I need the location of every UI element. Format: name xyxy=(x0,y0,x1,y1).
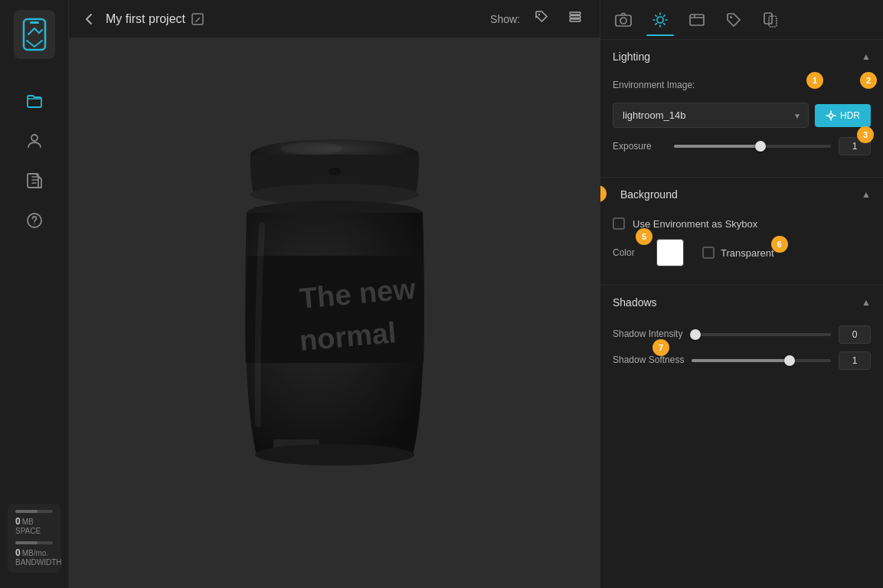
right-panel: Lighting ▲ Environment Image: 1 2 lightr… xyxy=(600,0,883,588)
space-bar xyxy=(15,510,53,513)
canvas-area: The new normal xyxy=(69,38,600,588)
svg-rect-10 xyxy=(570,19,580,21)
transparent-label: Transparent xyxy=(721,247,774,259)
back-button[interactable] xyxy=(81,11,96,27)
svg-point-19 xyxy=(329,168,341,175)
bandwidth-unit: MB/mo. xyxy=(22,549,48,557)
sidebar-item-help[interactable] xyxy=(18,204,51,237)
skybox-checkbox[interactable] xyxy=(613,217,625,230)
hdr-button-label: HDR xyxy=(840,110,860,121)
project-title: My first project xyxy=(106,12,204,26)
storage-section: 0 MB SPACE 0 MB/mo. BANDWIDTH xyxy=(8,504,61,573)
svg-rect-3 xyxy=(28,174,38,188)
panel-content: Lighting ▲ Environment Image: 1 2 lightr… xyxy=(600,40,883,588)
shadow-softness-row: Shadow Softness 1 xyxy=(613,351,871,370)
env-image-label: Environment Image: xyxy=(613,80,695,90)
badge-4: 4 xyxy=(600,185,607,202)
shadow-softness-value[interactable]: 1 xyxy=(839,351,871,370)
exposure-row: 3 Exposure 1 xyxy=(613,137,871,155)
edit-icon[interactable] xyxy=(191,13,204,25)
exposure-label: Exposure xyxy=(613,141,666,152)
background-chevron-icon: ▲ xyxy=(862,189,871,200)
background-section: 4 Background ▲ Use Environment as Skybox… xyxy=(600,178,883,285)
svg-point-7 xyxy=(538,14,540,15)
bandwidth-value: 0 xyxy=(15,547,21,558)
badge-7: 7 xyxy=(652,339,669,356)
color-swatch[interactable] xyxy=(656,239,684,266)
space-unit: MB xyxy=(22,518,34,526)
color-row: Color 5 Transparent 6 xyxy=(613,239,871,266)
show-tags-button[interactable] xyxy=(529,6,554,31)
svg-rect-20 xyxy=(616,15,631,26)
svg-rect-25 xyxy=(764,13,772,24)
product-preview: The new normal xyxy=(174,91,495,535)
transparent-checkbox[interactable] xyxy=(702,247,715,259)
shadows-section-title: Shadows xyxy=(613,296,657,309)
svg-rect-23 xyxy=(690,15,704,25)
scene-tab[interactable] xyxy=(680,5,714,35)
background-section-header[interactable]: 4 Background ▲ xyxy=(600,178,883,211)
svg-point-2 xyxy=(31,135,38,141)
skybox-label: Use Environment as Skybox xyxy=(633,218,757,230)
sidebar-item-export[interactable] xyxy=(18,164,51,198)
svg-point-17 xyxy=(255,444,414,466)
top-bar: My first project Show: xyxy=(69,0,600,38)
shadow-intensity-slider[interactable] xyxy=(690,333,831,336)
lighting-section: Lighting ▲ Environment Image: 1 2 lightr… xyxy=(600,40,883,177)
badge-6: 6 xyxy=(771,236,788,253)
env-select[interactable]: lightroom_14b xyxy=(613,103,809,128)
main-area: My first project Show: xyxy=(69,0,600,588)
lighting-chevron-icon: ▲ xyxy=(862,51,871,62)
badge-3: 3 xyxy=(857,126,874,143)
lighting-section-body: Environment Image: 1 2 lightroom_14b ▼ xyxy=(600,74,883,177)
shadow-intensity-value[interactable]: 0 xyxy=(839,325,871,344)
svg-point-27 xyxy=(829,113,833,117)
env-select-row: lightroom_14b ▼ HDR xyxy=(613,103,871,128)
svg-rect-9 xyxy=(570,16,580,18)
top-bar-right: Show: xyxy=(490,6,587,31)
shadows-section-body: 7 Shadow Intensity 0 Shadow Softness xyxy=(600,319,883,390)
shadow-softness-slider[interactable] xyxy=(692,359,831,362)
background-section-body: Use Environment as Skybox Color 5 Transp… xyxy=(600,211,883,285)
svg-point-21 xyxy=(620,18,626,24)
sidebar-nav xyxy=(18,69,51,496)
space-label: SPACE xyxy=(15,527,53,535)
show-label: Show: xyxy=(490,13,520,25)
svg-point-22 xyxy=(657,17,663,23)
lighting-tab[interactable] xyxy=(643,5,677,35)
shadows-chevron-icon: ▲ xyxy=(862,297,871,308)
app-logo xyxy=(11,8,57,61)
svg-rect-8 xyxy=(570,12,580,15)
sidebar: 0 MB SPACE 0 MB/mo. BANDWIDTH xyxy=(0,0,69,588)
hdr-button[interactable]: HDR xyxy=(815,104,871,127)
lighting-section-header[interactable]: Lighting ▲ xyxy=(600,40,883,74)
lighting-section-title: Lighting xyxy=(613,51,650,63)
tags-tab[interactable] xyxy=(717,5,751,35)
svg-rect-26 xyxy=(769,16,777,27)
exposure-slider[interactable] xyxy=(674,145,831,148)
sidebar-item-user[interactable] xyxy=(18,124,51,158)
space-value: 0 xyxy=(15,516,21,527)
phone-logo-icon xyxy=(22,18,47,51)
badge-1: 1 xyxy=(806,72,823,89)
shadows-section: Shadows ▲ 7 Shadow Intensity 0 Sh xyxy=(600,286,883,390)
svg-point-18 xyxy=(281,142,342,155)
export-tab[interactable] xyxy=(754,5,787,35)
shadow-softness-label: Shadow Softness xyxy=(613,354,684,367)
env-image-row: Environment Image: 1 2 xyxy=(613,80,871,90)
svg-rect-1 xyxy=(30,21,39,24)
panel-tabs xyxy=(600,0,883,40)
skybox-row: Use Environment as Skybox xyxy=(613,217,871,230)
sidebar-item-folder[interactable] xyxy=(18,84,51,118)
shadows-section-header[interactable]: Shadows ▲ xyxy=(600,286,883,319)
show-layers-button[interactable] xyxy=(563,6,587,31)
shadow-intensity-row: 7 Shadow Intensity 0 xyxy=(613,325,871,344)
shadow-intensity-label: Shadow Intensity xyxy=(613,328,682,341)
transparent-row: Transparent 6 xyxy=(702,247,774,259)
sidebar-bottom: 0 MB SPACE 0 MB/mo. BANDWIDTH xyxy=(0,496,68,580)
env-select-wrapper: lightroom_14b ▼ xyxy=(613,103,809,128)
bandwidth-label: BANDWIDTH xyxy=(15,558,53,567)
color-label: Color xyxy=(613,247,647,258)
badge-5: 5 xyxy=(636,228,652,245)
camera-tab[interactable] xyxy=(607,5,640,35)
